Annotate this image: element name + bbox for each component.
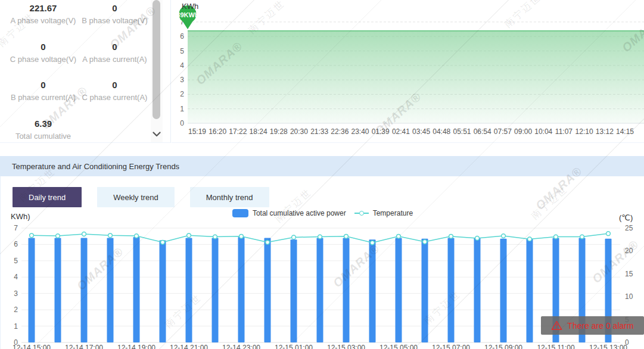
y-axis-label: 5 bbox=[14, 257, 18, 265]
x-axis-label: 09:00 bbox=[514, 127, 532, 136]
temperature-marker bbox=[266, 240, 270, 244]
legend-line-swatch bbox=[354, 213, 369, 214]
stat-label: A phase voltage(V) bbox=[6, 16, 80, 26]
y-axis-label: 0 bbox=[180, 119, 184, 127]
bar bbox=[133, 237, 140, 342]
trend-section-title: Temperature and Air Conditioning Energy … bbox=[12, 162, 179, 171]
device-stats-panel: 221.67A phase voltage(V)0B phase voltage… bbox=[0, 0, 171, 143]
temperature-marker bbox=[528, 237, 532, 241]
cumulative-power-area-chart[interactable]: 0123456715:1916:2017:2218:2419:2820:3021… bbox=[172, 0, 644, 142]
temperature-marker bbox=[161, 240, 165, 244]
stat-value: 0 bbox=[77, 41, 152, 53]
area-fill bbox=[188, 31, 644, 123]
stat-value: 0 bbox=[77, 79, 152, 91]
top-chart-unit-label: KWh bbox=[182, 2, 198, 11]
trend-section-header: Temperature and Air Conditioning Energy … bbox=[0, 156, 644, 176]
stat-cell: 0A phase current(A) bbox=[77, 41, 152, 64]
temperature-marker bbox=[30, 233, 34, 238]
legend-line-dot bbox=[359, 211, 364, 216]
stat-cell: 0C phase voltage(V) bbox=[6, 41, 80, 64]
alarm-badge[interactable]: There are 0 alarm bbox=[541, 316, 644, 335]
bar bbox=[474, 238, 481, 342]
x-axis-label: 19:28 bbox=[270, 127, 288, 136]
bar bbox=[527, 239, 533, 342]
stat-value: 0 bbox=[6, 41, 80, 53]
chart-legend: Total cumulative active powerTemperature bbox=[1, 208, 644, 219]
x-axis-label: 23:40 bbox=[351, 127, 369, 136]
bar bbox=[238, 237, 245, 342]
temperature-marker bbox=[606, 232, 611, 236]
bar bbox=[107, 238, 114, 342]
stat-label: Total cumulative active power(KWh) bbox=[6, 132, 80, 144]
x-axis-label: 17:22 bbox=[229, 127, 247, 136]
bar bbox=[500, 239, 507, 342]
stat-label: B phase voltage(V) bbox=[77, 16, 152, 26]
stat-value: 6.39 bbox=[6, 118, 80, 130]
right-axis-label: 15 bbox=[625, 270, 633, 278]
temperature-marker bbox=[318, 235, 322, 239]
y-axis-label: 4 bbox=[180, 61, 184, 70]
tab-daily-trend[interactable]: Daily trend bbox=[13, 187, 82, 207]
y-axis-label: 1 bbox=[14, 322, 18, 331]
left-axis-unit-label: KWh) bbox=[11, 212, 30, 221]
stat-value: 0 bbox=[77, 2, 152, 14]
temperature-marker bbox=[135, 234, 139, 238]
stat-cell: 221.67A phase voltage(V) bbox=[6, 2, 80, 26]
temperature-marker bbox=[580, 235, 584, 239]
stat-cell: 0B phase voltage(V) bbox=[77, 2, 152, 26]
chevron-down-icon[interactable] bbox=[151, 126, 163, 142]
tab-monthly-trend[interactable]: Monthly trend bbox=[190, 187, 269, 207]
temperature-marker bbox=[56, 234, 60, 238]
legend-item-power[interactable]: Total cumulative active power bbox=[232, 209, 346, 217]
y-axis-label: 1 bbox=[180, 105, 184, 113]
x-axis-label: 12-15 07:00 bbox=[432, 344, 470, 349]
tab-weekly-trend[interactable]: Weekly trend bbox=[97, 187, 175, 207]
temperature-marker bbox=[239, 234, 244, 238]
x-axis-label: 12-14 19:00 bbox=[117, 344, 155, 349]
y-axis-label: 6 bbox=[14, 240, 18, 248]
bar bbox=[160, 241, 166, 342]
legend-item-temperature[interactable]: Temperature bbox=[354, 209, 413, 217]
y-axis-label: 3 bbox=[14, 289, 18, 298]
x-axis-label: 06:54 bbox=[474, 127, 491, 136]
stat-label: B phase current(A) bbox=[6, 93, 80, 102]
alarm-text: There are 0 alarm bbox=[567, 321, 633, 331]
y-axis-label: 2 bbox=[14, 306, 18, 314]
y-axis-label: 2 bbox=[180, 90, 184, 98]
warning-triangle-icon bbox=[551, 320, 562, 331]
bar bbox=[422, 239, 428, 342]
legend-label: Total cumulative active power bbox=[253, 209, 346, 217]
stat-value: 0 bbox=[6, 79, 80, 91]
x-axis-label: 02:41 bbox=[392, 127, 410, 136]
right-axis-label: 10 bbox=[625, 292, 633, 301]
scrollbar-thumb[interactable] bbox=[153, 0, 160, 119]
x-axis-label: 20:30 bbox=[290, 127, 308, 136]
bar bbox=[212, 238, 219, 342]
bar bbox=[265, 238, 271, 342]
y-axis-label: 6 bbox=[180, 32, 184, 40]
stats-scrollbar[interactable] bbox=[151, 0, 163, 143]
x-axis-label: 07:57 bbox=[494, 127, 512, 136]
x-axis-label: 12-15 05:00 bbox=[379, 344, 418, 349]
x-axis-label: 12-14 21:00 bbox=[170, 344, 208, 349]
bar bbox=[396, 238, 402, 342]
stat-cell: 0B phase current(A) bbox=[6, 79, 80, 102]
y-axis-label: 3 bbox=[180, 76, 184, 84]
bar bbox=[317, 238, 323, 342]
x-axis-label: 12-15 01:00 bbox=[275, 344, 313, 349]
x-axis-label: 12-14 23:00 bbox=[222, 344, 260, 349]
stat-label: C phase voltage(V) bbox=[6, 55, 80, 64]
x-axis-label: 12-14 15:00 bbox=[13, 344, 51, 349]
temperature-marker bbox=[371, 241, 375, 245]
x-axis-label: 12-15 13:00 bbox=[589, 344, 627, 349]
cumulative-power-chart-card: KWh 0123456715:1916:2017:2218:2419:2820:… bbox=[172, 0, 644, 143]
bar bbox=[186, 238, 192, 342]
bar bbox=[29, 238, 35, 342]
bar bbox=[55, 238, 61, 342]
temperature-marker bbox=[502, 234, 506, 238]
x-axis-label: 10:04 bbox=[534, 127, 552, 136]
x-axis-label: 04:48 bbox=[433, 127, 450, 136]
temperature-marker bbox=[554, 235, 558, 239]
x-axis-label: 21:33 bbox=[310, 127, 328, 136]
y-axis-label: 7 bbox=[14, 224, 18, 232]
